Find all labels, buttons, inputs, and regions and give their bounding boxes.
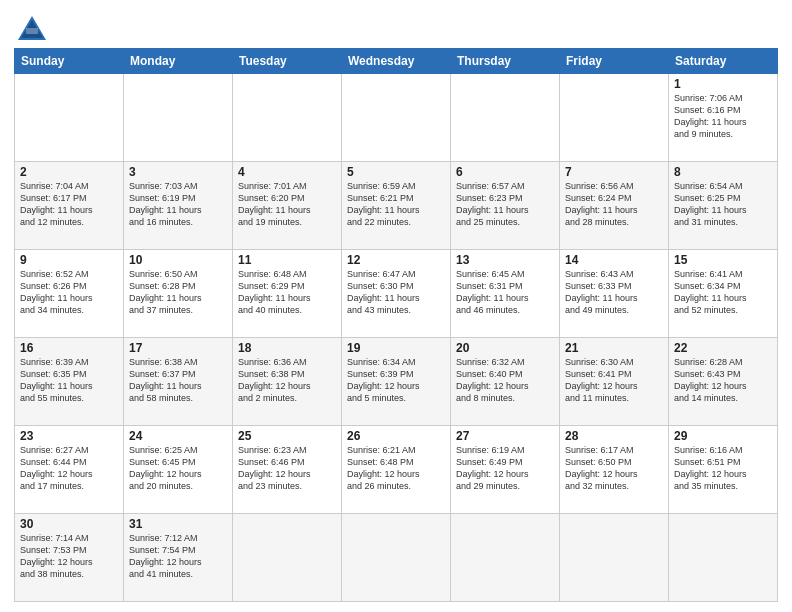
calendar-day: [342, 514, 451, 602]
calendar-day: 23Sunrise: 6:27 AM Sunset: 6:44 PM Dayli…: [15, 426, 124, 514]
calendar-body: 1Sunrise: 7:06 AM Sunset: 6:16 PM Daylig…: [15, 74, 778, 602]
day-info: Sunrise: 6:32 AM Sunset: 6:40 PM Dayligh…: [456, 356, 554, 405]
day-info: Sunrise: 6:30 AM Sunset: 6:41 PM Dayligh…: [565, 356, 663, 405]
weekday-friday: Friday: [560, 49, 669, 74]
day-number: 9: [20, 253, 118, 267]
day-number: 23: [20, 429, 118, 443]
day-info: Sunrise: 6:54 AM Sunset: 6:25 PM Dayligh…: [674, 180, 772, 229]
calendar-day: 30Sunrise: 7:14 AM Sunset: 7:53 PM Dayli…: [15, 514, 124, 602]
calendar-day: 1Sunrise: 7:06 AM Sunset: 6:16 PM Daylig…: [669, 74, 778, 162]
day-number: 3: [129, 165, 227, 179]
day-info: Sunrise: 6:47 AM Sunset: 6:30 PM Dayligh…: [347, 268, 445, 317]
weekday-monday: Monday: [124, 49, 233, 74]
calendar-day: 2Sunrise: 7:04 AM Sunset: 6:17 PM Daylig…: [15, 162, 124, 250]
day-number: 18: [238, 341, 336, 355]
day-info: Sunrise: 7:01 AM Sunset: 6:20 PM Dayligh…: [238, 180, 336, 229]
calendar-day: 14Sunrise: 6:43 AM Sunset: 6:33 PM Dayli…: [560, 250, 669, 338]
calendar-day: [451, 514, 560, 602]
weekday-thursday: Thursday: [451, 49, 560, 74]
day-number: 16: [20, 341, 118, 355]
calendar-week-4: 16Sunrise: 6:39 AM Sunset: 6:35 PM Dayli…: [15, 338, 778, 426]
calendar-day: 12Sunrise: 6:47 AM Sunset: 6:30 PM Dayli…: [342, 250, 451, 338]
day-info: Sunrise: 7:04 AM Sunset: 6:17 PM Dayligh…: [20, 180, 118, 229]
day-number: 20: [456, 341, 554, 355]
day-number: 8: [674, 165, 772, 179]
day-number: 26: [347, 429, 445, 443]
calendar-day: [233, 74, 342, 162]
day-info: Sunrise: 6:19 AM Sunset: 6:49 PM Dayligh…: [456, 444, 554, 493]
calendar-day: 22Sunrise: 6:28 AM Sunset: 6:43 PM Dayli…: [669, 338, 778, 426]
day-number: 25: [238, 429, 336, 443]
day-number: 13: [456, 253, 554, 267]
calendar-day: 15Sunrise: 6:41 AM Sunset: 6:34 PM Dayli…: [669, 250, 778, 338]
calendar-day: 7Sunrise: 6:56 AM Sunset: 6:24 PM Daylig…: [560, 162, 669, 250]
day-number: 19: [347, 341, 445, 355]
day-info: Sunrise: 6:56 AM Sunset: 6:24 PM Dayligh…: [565, 180, 663, 229]
day-number: 29: [674, 429, 772, 443]
day-info: Sunrise: 6:59 AM Sunset: 6:21 PM Dayligh…: [347, 180, 445, 229]
calendar-day: 21Sunrise: 6:30 AM Sunset: 6:41 PM Dayli…: [560, 338, 669, 426]
calendar-day: [451, 74, 560, 162]
calendar-day: 3Sunrise: 7:03 AM Sunset: 6:19 PM Daylig…: [124, 162, 233, 250]
calendar-day: [560, 514, 669, 602]
calendar-day: 10Sunrise: 6:50 AM Sunset: 6:28 PM Dayli…: [124, 250, 233, 338]
day-info: Sunrise: 6:23 AM Sunset: 6:46 PM Dayligh…: [238, 444, 336, 493]
day-number: 12: [347, 253, 445, 267]
calendar-day: 19Sunrise: 6:34 AM Sunset: 6:39 PM Dayli…: [342, 338, 451, 426]
day-number: 27: [456, 429, 554, 443]
calendar-table: SundayMondayTuesdayWednesdayThursdayFrid…: [14, 48, 778, 602]
day-info: Sunrise: 6:57 AM Sunset: 6:23 PM Dayligh…: [456, 180, 554, 229]
day-number: 22: [674, 341, 772, 355]
day-info: Sunrise: 6:27 AM Sunset: 6:44 PM Dayligh…: [20, 444, 118, 493]
logo: [14, 14, 48, 42]
calendar-day: 11Sunrise: 6:48 AM Sunset: 6:29 PM Dayli…: [233, 250, 342, 338]
day-info: Sunrise: 6:39 AM Sunset: 6:35 PM Dayligh…: [20, 356, 118, 405]
day-number: 14: [565, 253, 663, 267]
calendar-day: [669, 514, 778, 602]
day-number: 2: [20, 165, 118, 179]
day-info: Sunrise: 6:34 AM Sunset: 6:39 PM Dayligh…: [347, 356, 445, 405]
calendar-day: 6Sunrise: 6:57 AM Sunset: 6:23 PM Daylig…: [451, 162, 560, 250]
calendar-day: 24Sunrise: 6:25 AM Sunset: 6:45 PM Dayli…: [124, 426, 233, 514]
calendar-day: 26Sunrise: 6:21 AM Sunset: 6:48 PM Dayli…: [342, 426, 451, 514]
calendar-day: 16Sunrise: 6:39 AM Sunset: 6:35 PM Dayli…: [15, 338, 124, 426]
calendar-day: [124, 74, 233, 162]
day-info: Sunrise: 7:12 AM Sunset: 7:54 PM Dayligh…: [129, 532, 227, 581]
day-number: 28: [565, 429, 663, 443]
day-info: Sunrise: 7:03 AM Sunset: 6:19 PM Dayligh…: [129, 180, 227, 229]
day-number: 17: [129, 341, 227, 355]
day-number: 6: [456, 165, 554, 179]
calendar-day: [560, 74, 669, 162]
day-number: 11: [238, 253, 336, 267]
day-info: Sunrise: 6:48 AM Sunset: 6:29 PM Dayligh…: [238, 268, 336, 317]
day-info: Sunrise: 6:52 AM Sunset: 6:26 PM Dayligh…: [20, 268, 118, 317]
calendar-week-2: 2Sunrise: 7:04 AM Sunset: 6:17 PM Daylig…: [15, 162, 778, 250]
weekday-wednesday: Wednesday: [342, 49, 451, 74]
day-info: Sunrise: 6:16 AM Sunset: 6:51 PM Dayligh…: [674, 444, 772, 493]
day-info: Sunrise: 6:21 AM Sunset: 6:48 PM Dayligh…: [347, 444, 445, 493]
calendar-day: 17Sunrise: 6:38 AM Sunset: 6:37 PM Dayli…: [124, 338, 233, 426]
calendar-day: [342, 74, 451, 162]
day-number: 31: [129, 517, 227, 531]
calendar-day: 28Sunrise: 6:17 AM Sunset: 6:50 PM Dayli…: [560, 426, 669, 514]
day-info: Sunrise: 7:14 AM Sunset: 7:53 PM Dayligh…: [20, 532, 118, 581]
weekday-header-row: SundayMondayTuesdayWednesdayThursdayFrid…: [15, 49, 778, 74]
calendar-day: 9Sunrise: 6:52 AM Sunset: 6:26 PM Daylig…: [15, 250, 124, 338]
day-info: Sunrise: 6:25 AM Sunset: 6:45 PM Dayligh…: [129, 444, 227, 493]
day-info: Sunrise: 6:17 AM Sunset: 6:50 PM Dayligh…: [565, 444, 663, 493]
day-info: Sunrise: 6:45 AM Sunset: 6:31 PM Dayligh…: [456, 268, 554, 317]
calendar-day: 27Sunrise: 6:19 AM Sunset: 6:49 PM Dayli…: [451, 426, 560, 514]
calendar-day: [233, 514, 342, 602]
day-info: Sunrise: 6:43 AM Sunset: 6:33 PM Dayligh…: [565, 268, 663, 317]
day-number: 1: [674, 77, 772, 91]
calendar-day: 31Sunrise: 7:12 AM Sunset: 7:54 PM Dayli…: [124, 514, 233, 602]
calendar-day: [15, 74, 124, 162]
calendar-day: 25Sunrise: 6:23 AM Sunset: 6:46 PM Dayli…: [233, 426, 342, 514]
day-info: Sunrise: 6:28 AM Sunset: 6:43 PM Dayligh…: [674, 356, 772, 405]
calendar-week-5: 23Sunrise: 6:27 AM Sunset: 6:44 PM Dayli…: [15, 426, 778, 514]
calendar-week-1: 1Sunrise: 7:06 AM Sunset: 6:16 PM Daylig…: [15, 74, 778, 162]
header: [14, 10, 778, 42]
day-info: Sunrise: 6:36 AM Sunset: 6:38 PM Dayligh…: [238, 356, 336, 405]
svg-marker-2: [26, 28, 38, 34]
calendar-week-3: 9Sunrise: 6:52 AM Sunset: 6:26 PM Daylig…: [15, 250, 778, 338]
